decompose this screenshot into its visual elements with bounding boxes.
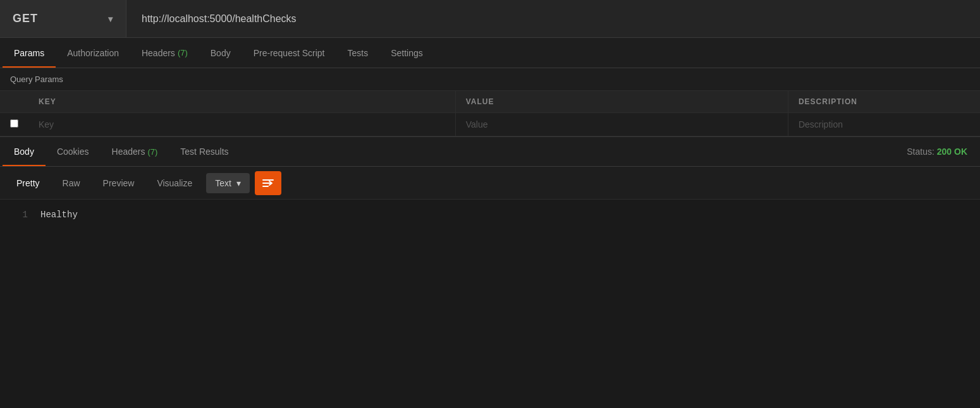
row-checkbox[interactable] [10,119,18,128]
format-tab-raw[interactable]: Raw [54,174,89,192]
key-placeholder: Key [39,119,54,129]
method-chevron-icon: ▾ [108,14,113,24]
format-tab-pretty[interactable]: Pretty [8,174,49,192]
row-checkbox-cell [0,113,28,136]
format-bar: Pretty Raw Preview Visualize Text ▾ [0,167,980,200]
url-input[interactable] [126,0,980,37]
text-format-dropdown[interactable]: Text ▾ [206,173,250,193]
table-row-empty: Key Value Description [0,113,980,136]
description-cell[interactable]: Description [788,113,980,136]
response-headers-badge: (7) [147,147,157,157]
key-cell[interactable]: Key [28,113,455,136]
tab-settings[interactable]: Settings [379,38,434,68]
value-cell[interactable]: Value [455,113,788,136]
response-line-1: 1 Healthy [15,210,965,220]
request-tabs: Params Authorization Headers (7) Body Pr… [0,38,980,68]
headers-badge: (7) [178,48,188,57]
col-checkbox [0,91,28,113]
method-dropdown[interactable]: GET ▾ [0,0,126,37]
tab-cookies[interactable]: Cookies [46,137,101,166]
tab-response-headers[interactable]: Headers (7) [101,137,169,166]
tab-pre-request-script[interactable]: Pre-request Script [242,38,336,68]
tab-authorization[interactable]: Authorization [56,38,130,68]
text-format-chevron-icon: ▾ [236,178,241,188]
line-number-1: 1 [15,210,28,220]
format-tab-preview[interactable]: Preview [94,174,144,192]
tab-params[interactable]: Params [3,38,56,68]
response-tabs: Body Cookies Headers (7) Test Results St… [0,136,980,167]
wrap-button[interactable] [255,171,281,195]
query-params-label: Query Params [0,68,980,91]
status-area: Status: 200 OK [907,147,977,157]
col-value: VALUE [455,91,788,113]
format-tab-visualize[interactable]: Visualize [148,174,201,192]
col-description: DESCRIPTION [788,91,980,113]
tab-response-body[interactable]: Body [3,137,46,166]
description-placeholder: Description [799,119,843,129]
tab-body[interactable]: Body [199,38,242,68]
col-key: KEY [28,91,455,113]
line-text-1: Healthy [40,210,78,220]
response-body: 1 Healthy [0,200,980,408]
params-table: KEY VALUE DESCRIPTION Key Value Descript… [0,91,980,136]
url-bar: GET ▾ [0,0,980,38]
wrap-icon [262,177,274,189]
tab-tests[interactable]: Tests [336,38,380,68]
status-label: Status: [907,147,934,157]
tab-test-results[interactable]: Test Results [169,137,240,166]
status-value: 200 OK [937,147,967,157]
tab-headers[interactable]: Headers (7) [130,38,199,68]
value-placeholder: Value [466,119,488,129]
method-label: GET [13,12,38,25]
text-format-label: Text [215,178,231,188]
